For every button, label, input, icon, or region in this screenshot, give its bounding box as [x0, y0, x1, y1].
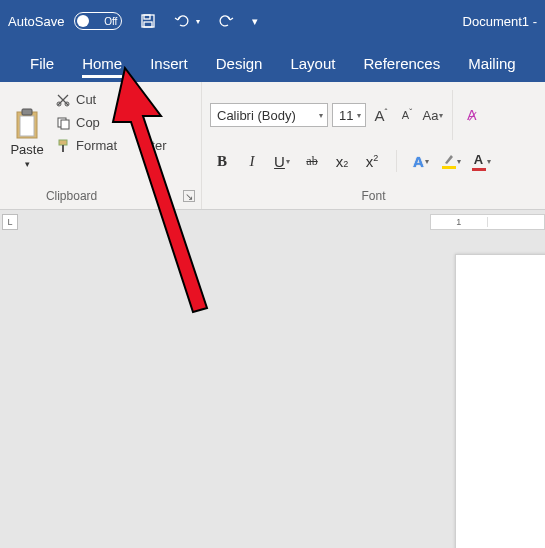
save-icon[interactable] — [140, 13, 156, 29]
tab-layout[interactable]: Layout — [276, 47, 349, 82]
svg-rect-4 — [20, 116, 34, 136]
font-name-dropdown[interactable]: Calibri (Body) ▾ — [210, 103, 328, 127]
divider — [452, 90, 453, 140]
chevron-down-icon: ▾ — [286, 157, 290, 166]
tab-design[interactable]: Design — [202, 47, 277, 82]
tab-file[interactable]: File — [16, 47, 68, 82]
svg-rect-5 — [22, 109, 32, 115]
copy-button[interactable]: Cop — [56, 115, 166, 130]
svg-rect-9 — [61, 120, 69, 129]
svg-rect-1 — [144, 15, 150, 19]
chevron-down-icon: ▾ — [25, 159, 30, 169]
cut-label: Cut — [76, 92, 96, 107]
document-title: Document1 - — [463, 14, 537, 29]
underline-button[interactable]: U ▾ — [272, 153, 292, 170]
horizontal-ruler[interactable]: 1 — [430, 214, 545, 230]
quick-access-toolbar: ▾ ▾ — [140, 13, 258, 29]
font-name-value: Calibri (Body) — [217, 108, 296, 123]
paste-button[interactable]: Paste ▾ — [6, 86, 48, 187]
workspace: L 1 — [0, 210, 545, 548]
document-page[interactable] — [455, 254, 545, 548]
chevron-down-icon: ▾ — [457, 157, 461, 166]
change-case-label: Aa — [423, 108, 439, 123]
font-group-label: Font — [361, 189, 385, 203]
font-color-button[interactable]: A ▾ — [471, 152, 491, 171]
bold-button[interactable]: B — [212, 153, 232, 170]
group-clipboard: Paste ▾ Cut Cop Format inter — [0, 82, 202, 209]
undo-icon[interactable]: ▾ — [174, 13, 200, 29]
clipboard-icon — [13, 108, 41, 140]
scissors-icon — [56, 93, 70, 107]
font-color-icon: A — [472, 152, 486, 171]
redo-icon[interactable] — [218, 13, 234, 29]
format-painter-button[interactable]: Format inter — [56, 138, 166, 153]
shrink-font-button[interactable]: Aˇ — [396, 104, 418, 126]
subscript-button[interactable]: x2 — [332, 153, 352, 170]
tab-insert[interactable]: Insert — [136, 47, 202, 82]
title-bar: AutoSave Off ▾ ▾ Document1 - — [0, 0, 545, 42]
clipboard-group-label: Clipboard — [46, 189, 97, 203]
format-painter-label2: inter — [141, 138, 166, 153]
chevron-down-icon: ▾ — [439, 111, 443, 120]
format-painter-label: Format — [76, 138, 117, 153]
grow-font-button[interactable]: Aˆ — [370, 104, 392, 126]
chevron-down-icon: ▾ — [357, 111, 361, 120]
tab-mailings[interactable]: Mailing — [454, 47, 530, 82]
customize-qat-icon[interactable]: ▾ — [252, 15, 258, 28]
copy-label: Cop — [76, 115, 100, 130]
menu-bar: File Home Insert Design Layout Reference… — [0, 42, 545, 82]
italic-button[interactable]: I — [242, 153, 262, 170]
clear-formatting-icon: A̷ — [467, 107, 477, 123]
ribbon: Paste ▾ Cut Cop Format inter — [0, 82, 545, 210]
highlight-icon — [442, 153, 456, 169]
autosave-label: AutoSave — [8, 14, 64, 29]
autosave-knob-icon — [77, 15, 89, 27]
tab-references[interactable]: References — [349, 47, 454, 82]
chevron-down-icon: ▾ — [319, 111, 323, 120]
chevron-down-icon: ▾ — [425, 157, 429, 166]
cut-button[interactable]: Cut — [56, 92, 166, 107]
autosave-toggle[interactable]: Off — [74, 12, 122, 30]
group-font: Calibri (Body) ▾ 11 ▾ Aˆ Aˇ Aa ▾ — [202, 82, 545, 209]
shrink-font-icon: Aˇ — [402, 109, 412, 121]
underline-label: U — [274, 153, 285, 170]
svg-rect-11 — [62, 145, 64, 152]
strikethrough-button[interactable]: ab — [302, 154, 322, 169]
clear-formatting-button[interactable]: A̷ — [461, 104, 483, 126]
autosave-state: Off — [104, 16, 117, 27]
clipboard-launcher-icon[interactable]: ↘ — [183, 190, 195, 202]
copy-icon — [56, 116, 70, 130]
text-effects-button[interactable]: A ▾ — [411, 153, 431, 170]
svg-rect-2 — [144, 22, 152, 27]
font-size-value: 11 — [339, 108, 353, 123]
svg-rect-10 — [59, 140, 67, 145]
ruler-corner-icon[interactable]: L — [2, 214, 18, 230]
divider — [396, 150, 397, 172]
chevron-down-icon: ▾ — [196, 17, 200, 26]
paste-label: Paste — [10, 142, 43, 157]
grow-font-icon: Aˆ — [374, 107, 387, 124]
text-effects-icon: A — [413, 153, 424, 170]
superscript-button[interactable]: x2 — [362, 153, 382, 170]
chevron-down-icon: ▾ — [487, 157, 491, 166]
ruler-tick: 1 — [431, 217, 488, 227]
paintbrush-icon — [56, 139, 70, 153]
tab-home[interactable]: Home — [68, 47, 136, 82]
change-case-button[interactable]: Aa ▾ — [422, 104, 444, 126]
highlight-button[interactable]: ▾ — [441, 153, 461, 169]
font-size-dropdown[interactable]: 11 ▾ — [332, 103, 366, 127]
